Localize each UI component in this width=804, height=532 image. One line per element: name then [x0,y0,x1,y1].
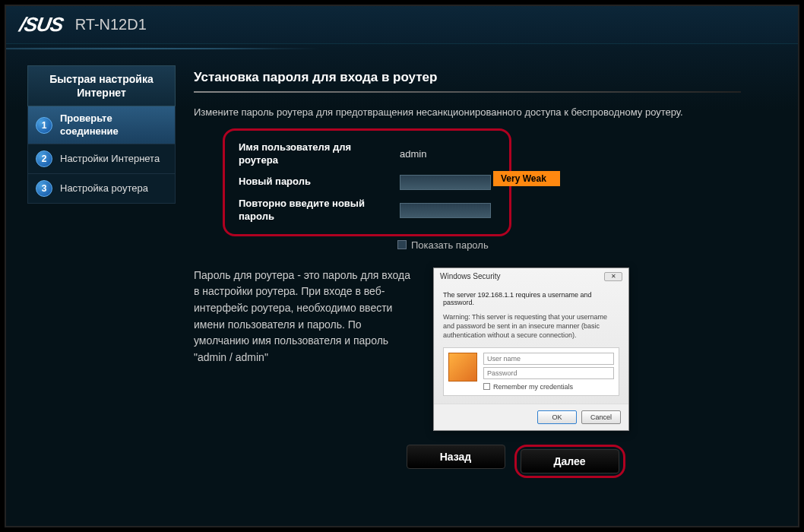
next-button-highlight: Далее [514,445,625,478]
header-bar: /SUS RT-N12D1 [6,6,798,44]
description-text: Пароль для роутера - это пароль для вход… [194,268,418,431]
next-button[interactable]: Далее [521,449,619,473]
password-strength-badge: Very Weak [493,171,560,186]
remember-checkbox [483,383,490,390]
retype-password-label: Повторно введите новый пароль [239,198,391,223]
step-number-icon: 2 [36,150,52,167]
decorative-flare [6,44,798,53]
dialog-warning-line: Warning: This server is requesting that … [443,312,619,340]
windows-security-dialog-preview: Windows Security ✕ The server 192.168.1.… [433,268,629,431]
username-label: Имя пользователя для роутера [239,141,391,167]
close-icon: ✕ [604,272,622,281]
show-password-checkbox[interactable] [397,240,407,249]
dialog-username-input [483,353,614,365]
remember-label: Remember my credentials [493,383,573,391]
model-name: RT-N12D1 [75,16,147,33]
wizard-sidebar: Быстрая настройка Интернет 1 Проверьте с… [27,65,176,478]
dialog-server-line: The server 192.168.1.1 requires a userna… [443,291,619,306]
sidebar-step-check-connection[interactable]: 1 Проверьте соединение [27,106,176,144]
dialog-cancel-button: Cancel [581,410,621,424]
show-password-label: Показать пароль [411,239,489,251]
page-title: Установка пароля для входа в роутер [194,70,777,85]
back-button[interactable]: Назад [407,445,505,469]
new-password-label: Новый пароль [239,176,391,188]
step-label: Настройки Интернета [60,153,160,165]
retype-password-input[interactable] [400,203,491,218]
dialog-password-input [483,367,614,379]
username-value: admin [400,148,426,160]
sidebar-step-internet-settings[interactable]: 2 Настройки Интернета [27,144,176,174]
sidebar-step-router-setup[interactable]: 3 Настройка роутера [27,174,176,204]
step-label: Проверьте соединение [60,112,167,138]
title-underline [194,91,741,93]
step-number-icon: 3 [36,180,52,197]
password-form-highlight: Имя пользователя для роутера admin Новый… [223,128,511,236]
step-label: Настройка роутера [60,182,148,195]
step-number-icon: 1 [36,117,52,134]
dialog-ok-button: OK [537,410,577,424]
intro-text: Измените пароль роутера для предотвращен… [194,106,777,118]
dialog-title: Windows Security [440,272,500,281]
show-password-row[interactable]: Показать пароль [397,239,777,251]
sidebar-title: Быстрая настройка Интернет [27,65,176,106]
brand-logo: /SUS [17,13,65,36]
credentials-icon [448,353,477,382]
main-panel: Установка пароля для входа в роутер Изме… [194,65,777,478]
new-password-input[interactable] [400,175,491,190]
